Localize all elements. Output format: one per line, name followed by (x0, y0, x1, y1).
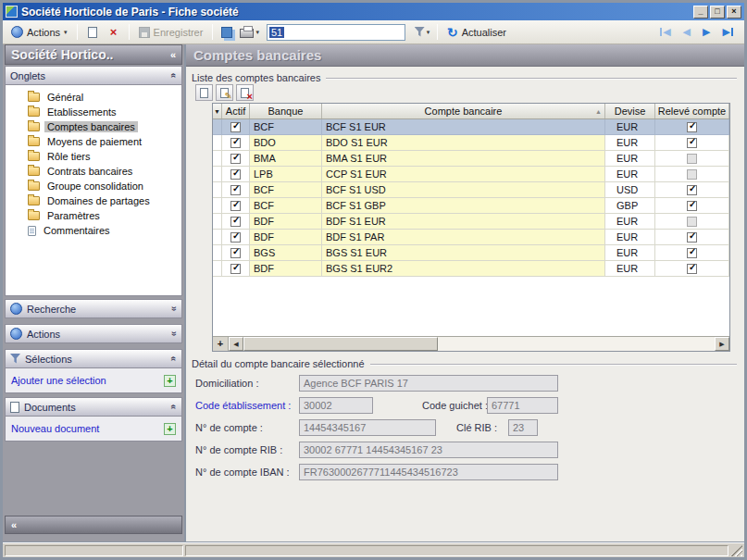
releve-checkbox[interactable] (687, 169, 697, 180)
compte-iban-field[interactable]: FR7630002677711445434516723 (299, 464, 558, 480)
column-header-actif[interactable]: Actif (222, 104, 250, 118)
code-guichet-field[interactable]: 67771 (487, 397, 558, 414)
sidebar-collapse-icon[interactable]: « (170, 49, 176, 60)
save-button[interactable]: Enregistrer (135, 25, 207, 40)
add-selection-plus-icon[interactable]: + (164, 375, 176, 387)
banque-cell[interactable]: BCF (250, 119, 322, 135)
code-etablissement-label[interactable]: Code établissement : (195, 400, 299, 411)
banque-cell[interactable]: BMA (250, 151, 322, 167)
sidebar-bottom-bar[interactable]: « (5, 516, 182, 534)
devise-cell[interactable]: EUR (605, 214, 655, 230)
releve-checkbox[interactable] (687, 217, 697, 227)
releve-checkbox[interactable] (687, 185, 697, 195)
column-header-devise[interactable]: Devise (605, 104, 655, 118)
domiciliation-field[interactable]: Agence BCF PARIS 17 (299, 375, 558, 392)
releve-cell[interactable] (655, 182, 729, 198)
sidebar-tree-item[interactable]: Général (6, 90, 181, 105)
sidebar-group-recherche[interactable]: Recherche « (5, 299, 182, 318)
sidebar-tree-item[interactable]: Comptes bancaires (6, 119, 181, 134)
column-header-releve[interactable]: Relevé compte (655, 104, 729, 118)
devise-cell[interactable]: EUR (605, 230, 655, 245)
banque-cell[interactable]: BDO (250, 135, 322, 151)
print-button[interactable]: ▾ (240, 23, 259, 42)
releve-checkbox[interactable] (687, 232, 697, 243)
actif-cell[interactable] (222, 135, 250, 151)
actif-checkbox[interactable] (230, 169, 241, 180)
table-row[interactable]: BCF BCF S1 GBP GBP (213, 198, 729, 214)
maximize-button[interactable]: □ (710, 6, 725, 19)
sidebar-tree-item[interactable]: Paramètres (6, 208, 181, 223)
compte-cell[interactable]: BDO S1 EUR (322, 135, 605, 151)
banque-cell[interactable]: LPB (250, 167, 322, 182)
releve-checkbox[interactable] (687, 138, 697, 148)
actif-cell[interactable] (222, 167, 250, 182)
releve-checkbox[interactable] (687, 248, 697, 258)
scrollbar-thumb[interactable] (243, 337, 438, 351)
sidebar-tree-item[interactable]: Domaines de partages (6, 193, 181, 208)
new-document-link[interactable]: Nouveau document (11, 423, 99, 434)
sidebar-group-documents[interactable]: Documents « (5, 397, 182, 417)
scrollbar-track[interactable] (243, 337, 715, 351)
compte-cell[interactable]: BDF S1 EUR (322, 214, 605, 230)
releve-cell[interactable] (655, 198, 729, 214)
refresh-button[interactable]: ↻ Actualiser (443, 24, 510, 41)
releve-cell[interactable] (655, 167, 729, 182)
grid-edit-button[interactable] (216, 84, 233, 101)
table-row[interactable]: BMA BMA S1 EUR EUR (213, 151, 729, 167)
sidebar-tree-item[interactable]: Commentaires (6, 223, 181, 238)
actif-cell[interactable] (222, 245, 250, 261)
actif-cell[interactable] (222, 151, 250, 167)
compte-cell[interactable]: BMA S1 EUR (322, 151, 605, 167)
releve-cell[interactable] (655, 230, 729, 245)
sidebar-group-onglets[interactable]: Onglets « (5, 66, 182, 85)
code-etablissement-field[interactable]: 30002 (299, 397, 373, 414)
releve-cell[interactable] (655, 245, 729, 261)
compte-cell[interactable]: CCP S1 EUR (322, 167, 605, 182)
new-document-plus-icon[interactable]: + (164, 423, 176, 435)
devise-cell[interactable]: EUR (605, 151, 655, 167)
new-button[interactable] (83, 23, 102, 42)
actif-checkbox[interactable] (230, 201, 241, 211)
actif-checkbox[interactable] (230, 232, 241, 243)
actif-cell[interactable] (222, 119, 250, 135)
compte-rib-field[interactable]: 30002 67771 14454345167 23 (299, 442, 558, 458)
actif-checkbox[interactable] (230, 217, 241, 227)
grid-new-button[interactable] (195, 84, 213, 101)
actif-cell[interactable] (222, 214, 250, 230)
table-row[interactable]: LPB CCP S1 EUR EUR (213, 167, 729, 182)
devise-cell[interactable]: USD (605, 182, 655, 198)
actif-checkbox[interactable] (230, 264, 241, 274)
actif-cell[interactable] (222, 198, 250, 214)
design-button[interactable] (218, 23, 237, 42)
banque-cell[interactable]: BDF (250, 261, 322, 277)
devise-cell[interactable]: EUR (605, 245, 655, 261)
column-header-compte[interactable]: Compte bancaire ▲ (322, 104, 605, 118)
delete-button[interactable]: × (105, 23, 123, 42)
scroll-left-button[interactable]: ◀ (229, 337, 243, 351)
compte-cell[interactable]: BCF S1 EUR (322, 119, 605, 135)
releve-cell[interactable] (655, 151, 729, 167)
actif-checkbox[interactable] (230, 122, 241, 132)
banque-cell[interactable]: BDF (250, 230, 322, 245)
grid-delete-button[interactable] (236, 84, 254, 101)
actif-cell[interactable] (222, 261, 250, 277)
compte-cell[interactable]: BGS S1 EUR2 (322, 261, 605, 277)
grid-selector-header[interactable]: ▼ (213, 104, 222, 118)
compte-cell[interactable]: BCF S1 GBP (322, 198, 605, 214)
actions-menu-button[interactable]: Actions ▾ (7, 24, 71, 40)
compte-cell[interactable]: BDF S1 PAR (322, 230, 605, 245)
numero-compte-field[interactable]: 14454345167 (299, 419, 436, 436)
sidebar-tree-item[interactable]: Moyens de paiement (6, 134, 181, 149)
banque-cell[interactable]: BCF (250, 198, 322, 214)
table-row[interactable]: BGS BGS S1 EUR EUR (213, 245, 729, 261)
cle-rib-field[interactable]: 23 (508, 419, 538, 436)
devise-cell[interactable]: EUR (605, 261, 655, 277)
devise-cell[interactable]: GBP (605, 198, 655, 214)
releve-cell[interactable] (655, 261, 729, 277)
table-row[interactable]: BCF BCF S1 EUR EUR (213, 119, 729, 135)
minimize-button[interactable]: _ (693, 6, 708, 19)
actif-checkbox[interactable] (230, 154, 241, 164)
releve-cell[interactable] (655, 214, 729, 230)
table-row[interactable]: BDF BGS S1 EUR2 EUR (213, 261, 729, 277)
devise-cell[interactable]: EUR (605, 135, 655, 151)
